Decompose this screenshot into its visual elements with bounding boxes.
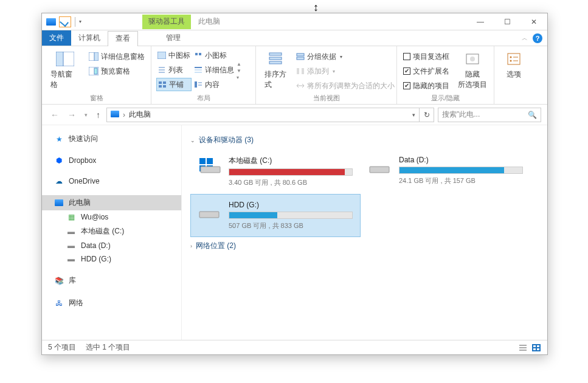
status-selection: 选中 1 个项目 (86, 342, 130, 353)
tab-view[interactable]: 查看 (108, 31, 138, 46)
drive-usage-bar (229, 212, 353, 219)
view-details-toggle[interactable] (518, 343, 528, 352)
breadcrumb-this-pc[interactable]: 此电脑 (129, 109, 151, 120)
drive-name: 本地磁盘 (C:) (229, 156, 353, 166)
status-bar: 5 个项目 选中 1 个项目 (42, 340, 547, 354)
ribbon-tabs: 文件 计算机 查看 管理 ︿ ? (42, 30, 547, 46)
tree-this-pc[interactable]: 此电脑 (42, 195, 181, 210)
up-button[interactable]: ↑ (94, 110, 103, 120)
onedrive-icon: ☁ (54, 177, 64, 185)
back-button[interactable]: ← (48, 110, 61, 120)
tree-wuios[interactable]: ▦ Wu@ios (42, 210, 181, 224)
svg-rect-41 (201, 167, 220, 173)
network-icon: 🖧 (54, 299, 64, 308)
group-by-button[interactable]: 分组依据▾ (295, 50, 396, 63)
fit-columns-icon (296, 82, 305, 89)
ribbon-group-currentview-label: 当前视图 (261, 92, 392, 104)
layout-scroll-down-icon[interactable]: ▼ (237, 68, 243, 74)
svg-rect-50 (533, 348, 536, 350)
libraries-icon: 📚 (54, 277, 64, 285)
layout-tiles[interactable]: 平铺 (156, 78, 192, 91)
svg-rect-12 (159, 85, 162, 88)
contextual-tab-drivetools[interactable]: 驱动器工具 (142, 15, 191, 29)
maximize-button[interactable]: ☐ (494, 13, 521, 30)
tree-network[interactable]: 🖧 网络 (42, 295, 181, 311)
qat-properties-button[interactable] (59, 16, 71, 27)
options-button[interactable]: 选项 (499, 49, 528, 94)
layout-small-icons[interactable]: 小图标 (193, 49, 235, 62)
svg-point-34 (510, 60, 512, 62)
layout-list[interactable]: 列表 (156, 63, 192, 77)
checkbox-checked-icon: ✔ (403, 82, 410, 89)
tab-manage[interactable]: 管理 (159, 30, 188, 46)
drive-freespace-text: 3.40 GB 可用 , 共 80.6 GB (229, 178, 353, 187)
checkbox-hidden-items[interactable]: ✔隐藏的项目 (402, 79, 451, 92)
checkbox-item-checkboxes[interactable]: 项目复选框 (402, 50, 451, 63)
drive-name: HDD (G:) (229, 201, 353, 209)
tree-data-d[interactable]: ▬ Data (D:) (42, 239, 181, 252)
section-network-header[interactable]: › 网络位置 (2) (190, 237, 539, 255)
breadcrumb-separator-icon[interactable]: › (123, 111, 125, 119)
svg-rect-5 (94, 68, 97, 74)
address-bar[interactable]: › 此电脑 ▾ (106, 108, 420, 122)
window-title: 此电脑 (198, 16, 220, 27)
sort-icon (266, 51, 285, 67)
address-dropdown-icon[interactable]: ▾ (412, 112, 415, 118)
svg-rect-11 (163, 81, 166, 84)
recent-dropdown-icon[interactable]: ▾ (82, 112, 90, 118)
navigation-pane-label: 导航窗格 (50, 69, 79, 90)
tree-local-c[interactable]: ▬ 本地磁盘 (C:) (42, 224, 181, 239)
tiles-icon (158, 81, 167, 88)
tree-onedrive[interactable]: ☁ OneDrive (42, 174, 181, 188)
drive-name: Data (D:) (399, 156, 523, 164)
checkbox-icon (403, 53, 410, 60)
drive-tile[interactable]: HDD (G:)507 GB 可用 , 共 833 GB (190, 194, 361, 237)
layout-medium-icons[interactable]: 中图标 (156, 49, 192, 62)
app-icon (46, 17, 57, 27)
drive-tile[interactable]: 本地磁盘 (C:)3.40 GB 可用 , 共 80.6 GB (190, 149, 361, 194)
hide-selected-icon (463, 51, 482, 67)
sort-by-button[interactable]: 排序方式 (261, 49, 290, 92)
svg-rect-3 (94, 52, 99, 61)
details-pane-button[interactable]: 详细信息窗格 (88, 50, 146, 63)
section-devices-header[interactable]: ⌄ 设备和驱动器 (3) (190, 131, 539, 149)
preview-pane-button[interactable]: 预览窗格 (88, 64, 146, 78)
tree-hdd-g[interactable]: ▬ HDD (G:) (42, 252, 181, 266)
minimize-button[interactable]: — (467, 13, 494, 30)
svg-rect-18 (195, 72, 202, 73)
tree-dropbox[interactable]: ⬢ Dropbox (42, 154, 181, 167)
tree-libraries[interactable]: 📚 库 (42, 273, 181, 288)
search-box[interactable]: 搜索"此电... 🔍 (438, 108, 541, 122)
drive-icon (198, 201, 223, 219)
svg-point-33 (510, 57, 512, 58)
help-icon[interactable]: ? (533, 33, 542, 43)
search-placeholder: 搜索"此电... (442, 109, 528, 120)
view-tiles-toggle[interactable] (531, 343, 541, 352)
svg-rect-13 (163, 85, 166, 88)
layout-more-icon[interactable]: ▾ (237, 75, 243, 80)
drive-tile[interactable]: Data (D:)24.1 GB 可用 , 共 157 GB (361, 149, 531, 194)
navigation-tree[interactable]: ★ 快速访问 ⬢ Dropbox ☁ OneDrive 此电脑 (42, 125, 182, 340)
svg-rect-27 (297, 68, 299, 74)
ribbon-group-layout-label: 布局 (156, 92, 251, 104)
layout-details[interactable]: 详细信息 (193, 63, 235, 77)
chevron-down-icon: ⌄ (190, 137, 195, 143)
ribbon-collapse-icon[interactable]: ︿ (522, 34, 528, 43)
details-icon (194, 66, 202, 74)
hide-selected-button[interactable]: 隐藏 所选项目 (455, 49, 489, 92)
qat-dropdown-icon[interactable]: ▾ (79, 19, 81, 24)
ribbon-group-showhide-label: 显示/隐藏 (402, 92, 489, 104)
content-pane[interactable]: ⌄ 设备和驱动器 (3) 本地磁盘 (C:)3.40 GB 可用 , 共 80.… (182, 125, 547, 340)
svg-rect-17 (195, 69, 202, 71)
navigation-pane-button[interactable]: 导航窗格 (47, 49, 83, 92)
forward-button[interactable]: → (65, 110, 78, 120)
layout-content[interactable]: 内容 (193, 78, 235, 91)
tab-file[interactable]: 文件 (42, 30, 71, 46)
refresh-button[interactable]: ↻ (420, 108, 434, 122)
close-button[interactable]: ✕ (521, 13, 547, 30)
layout-scroll-up-icon[interactable]: ▲ (237, 61, 243, 67)
tree-quick-access[interactable]: ★ 快速访问 (42, 131, 181, 147)
tab-computer[interactable]: 计算机 (71, 30, 108, 46)
add-columns-icon (296, 67, 305, 75)
checkbox-file-extensions[interactable]: ✔文件扩展名 (402, 64, 451, 78)
